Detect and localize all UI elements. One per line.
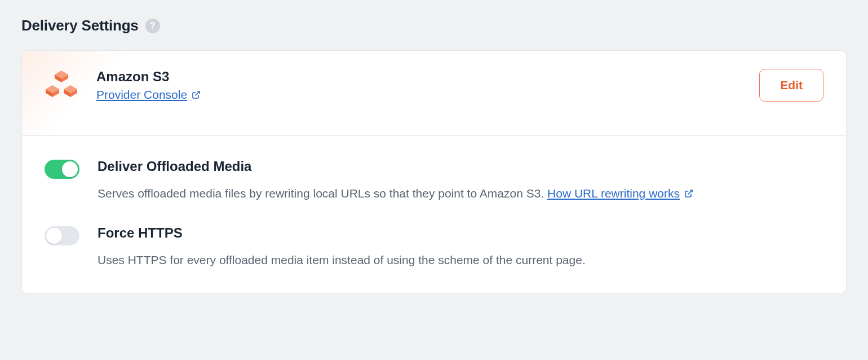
help-icon[interactable]: ? xyxy=(145,19,160,33)
setting-title: Deliver Offloaded Media xyxy=(98,159,823,174)
delivery-settings-card: Amazon S3 Provider Console Edit Deliver … xyxy=(21,50,847,294)
external-link-icon xyxy=(192,90,201,99)
setting-description: Uses HTTPS for every offloaded media ite… xyxy=(98,251,823,269)
provider-console-link-label: Provider Console xyxy=(96,88,187,102)
setting-description-text: Serves offloaded media files by rewritin… xyxy=(98,187,547,200)
url-rewriting-docs-link[interactable]: How URL rewriting works xyxy=(547,185,693,203)
toggle-force-https[interactable] xyxy=(45,226,79,245)
provider-console-link[interactable]: Provider Console xyxy=(96,88,201,102)
link-label: How URL rewriting works xyxy=(547,185,680,203)
edit-button[interactable]: Edit xyxy=(759,69,823,102)
section-title: Delivery Settings xyxy=(21,17,139,34)
s3-boxes-icon xyxy=(45,69,78,102)
setting-title: Force HTTPS xyxy=(98,225,823,241)
setting-description: Serves offloaded media files by rewritin… xyxy=(98,185,823,203)
provider-header: Amazon S3 Provider Console Edit xyxy=(22,51,846,136)
toggle-deliver-offloaded-media[interactable] xyxy=(45,160,79,179)
setting-deliver-offloaded-media: Deliver Offloaded Media Serves offloaded… xyxy=(22,136,846,203)
setting-description-text: Uses HTTPS for every offloaded media ite… xyxy=(98,253,586,266)
external-link-icon xyxy=(684,189,693,198)
setting-force-https: Force HTTPS Uses HTTPS for every offload… xyxy=(22,203,846,294)
provider-name: Amazon S3 xyxy=(96,69,741,85)
